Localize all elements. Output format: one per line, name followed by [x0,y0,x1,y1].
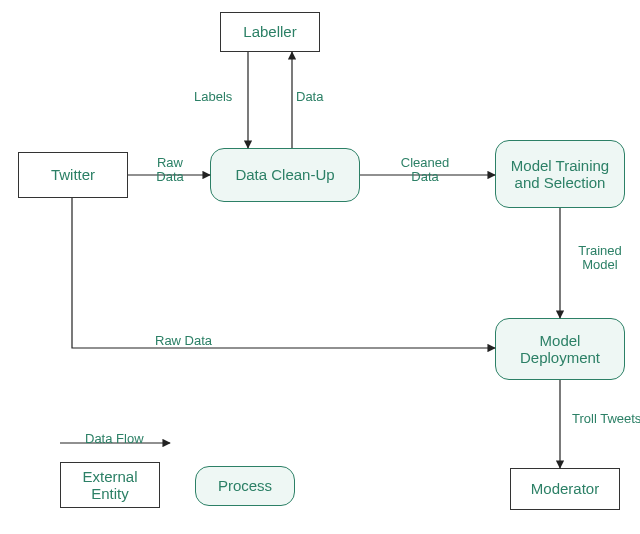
node-moderator: Moderator [510,468,620,510]
edge-label-raw-1: Raw Data [144,156,196,185]
edge-raw-data-2 [72,198,495,348]
node-twitter: Twitter [18,152,128,198]
edge-label-cleaned: Cleaned Data [390,156,460,185]
edge-label-troll: Troll Tweets [572,412,640,426]
legend-external-entity: External Entity [60,462,160,508]
arrows-layer [0,0,640,534]
legend-label: External Entity [67,468,153,503]
edge-label-labels: Labels [194,90,232,104]
node-labeller: Labeller [220,12,320,52]
node-label: Model Training and Selection [502,157,618,192]
edge-label-data: Data [296,90,323,104]
node-label: Twitter [51,166,95,183]
node-label: Labeller [243,23,296,40]
node-label: Moderator [531,480,599,497]
edge-label-raw-2: Raw Data [155,334,212,348]
legend-label: Process [218,477,272,494]
node-model-training: Model Training and Selection [495,140,625,208]
node-data-cleanup: Data Clean-Up [210,148,360,202]
node-label: Data Clean-Up [235,166,334,183]
node-label: Model Deployment [502,332,618,367]
diagram-canvas: Labeller Twitter Data Clean-Up Model Tra… [0,0,640,534]
legend-dataflow-label: Data Flow [85,432,144,446]
legend-process: Process [195,466,295,506]
node-model-deployment: Model Deployment [495,318,625,380]
edge-label-trained: Trained Model [570,244,630,273]
